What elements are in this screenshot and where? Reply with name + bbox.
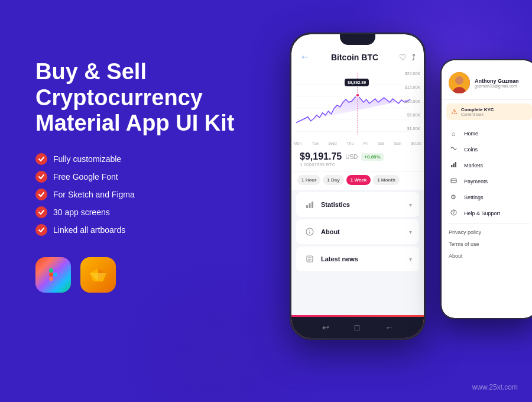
svg-rect-1 bbox=[53, 268, 57, 273]
kyc-banner[interactable]: ⚠ Complete KYC Current task bbox=[446, 103, 532, 120]
time-filters: 1 Hour 1 Day 1 Week 1 Month bbox=[291, 171, 424, 190]
check-icon-1 bbox=[35, 153, 47, 165]
svg-rect-30 bbox=[453, 164, 455, 168]
feature-item-2: Free Google Font bbox=[35, 171, 236, 183]
privacy-link[interactable]: Privacy policy bbox=[442, 226, 532, 238]
phone-second: Anthony Guzman guzman33@gmail.com ⚠ Comp… bbox=[440, 59, 532, 319]
svg-rect-3 bbox=[49, 277, 53, 281]
second-phone-bottom-bar: ↩ bbox=[442, 318, 532, 319]
drawer-menu: ⌂ Home Coins Mar bbox=[442, 124, 532, 318]
check-icon-5 bbox=[35, 224, 47, 236]
phone-nav-bar: ↩ □ ← bbox=[291, 317, 424, 338]
svg-rect-18 bbox=[312, 202, 313, 208]
back-button[interactable]: ← bbox=[300, 51, 310, 63]
menu-settings[interactable]: ⚙ Settings bbox=[442, 189, 532, 205]
filter-1day[interactable]: 1 Day bbox=[323, 175, 343, 185]
home-icon: ⌂ bbox=[449, 130, 458, 137]
kyc-text: Complete KYC Current task bbox=[461, 107, 494, 116]
svg-rect-16 bbox=[306, 205, 308, 208]
figma-icon bbox=[35, 257, 71, 293]
settings-icon: ⚙ bbox=[449, 193, 458, 201]
price-btc: 1.00067933 BTC bbox=[300, 162, 416, 167]
nav-home-icon[interactable]: □ bbox=[355, 323, 359, 332]
svg-rect-29 bbox=[451, 165, 453, 167]
news-chevron: ▾ bbox=[409, 256, 412, 262]
feature-item-3: For Sketch and Figma bbox=[35, 189, 236, 200]
left-section: Buy & SellCryptocurrencyMaterial App UI … bbox=[35, 59, 236, 293]
about-icon bbox=[303, 225, 316, 238]
markets-icon bbox=[449, 161, 458, 169]
share-icon[interactable]: ⤴ bbox=[411, 53, 416, 62]
svg-point-4 bbox=[53, 273, 57, 277]
chart-tooltip: $8,892.89 bbox=[345, 79, 369, 86]
chart-area: $20.00K $15.00K $10.00K $5.00K $1.00K bbox=[291, 69, 424, 140]
svg-point-27 bbox=[455, 76, 463, 85]
tool-icons bbox=[35, 257, 236, 293]
accordion-latestnews[interactable]: Latest news ▾ bbox=[296, 247, 419, 271]
user-info: Anthony Guzman guzman33@gmail.com bbox=[475, 78, 530, 88]
svg-rect-17 bbox=[309, 203, 311, 208]
svg-rect-0 bbox=[49, 268, 53, 273]
user-avatar bbox=[449, 72, 470, 93]
price-section: $9,191.75 USD +0.05% 1.00067933 BTC bbox=[291, 147, 424, 171]
menu-divider bbox=[449, 223, 530, 224]
svg-point-15 bbox=[356, 93, 359, 97]
news-icon bbox=[303, 252, 316, 265]
filter-1week[interactable]: 1 Week bbox=[346, 175, 371, 185]
phone-main: ← Bitcoin BTC ♡ ⤴ $20.00K $15.00K $10.00… bbox=[290, 33, 426, 340]
svg-rect-31 bbox=[455, 162, 456, 167]
statistics-label: Statistics bbox=[321, 201, 350, 208]
accordion-about[interactable]: About ▾ bbox=[296, 219, 419, 244]
price-value: $9,191.75 bbox=[300, 151, 342, 162]
svg-rect-2 bbox=[49, 273, 53, 277]
statistics-chevron: ▾ bbox=[409, 202, 412, 208]
features-list: Fully customizable Free Google Font For … bbox=[35, 153, 236, 236]
menu-help[interactable]: Help & Support bbox=[442, 205, 532, 221]
filter-1hour[interactable]: 1 Hour bbox=[297, 175, 320, 185]
check-icon-2 bbox=[35, 171, 47, 183]
filter-1month[interactable]: 1 Month bbox=[373, 175, 400, 185]
menu-payments[interactable]: Payments bbox=[442, 173, 532, 189]
menu-home[interactable]: ⌂ Home bbox=[442, 126, 532, 141]
feature-item-5: Linked all artboards bbox=[35, 224, 236, 236]
check-icon-3 bbox=[35, 189, 47, 200]
nav-recents-icon[interactable]: ↩ bbox=[322, 323, 329, 332]
coins-icon bbox=[449, 145, 458, 153]
accordion-list: Statistics ▾ About ▾ bbox=[291, 190, 424, 315]
price-row: $9,191.75 USD +0.05% bbox=[300, 151, 416, 162]
sketch-icon bbox=[80, 257, 116, 293]
about-label: About bbox=[321, 228, 340, 235]
feature-item-4: 30 app screens bbox=[35, 206, 236, 218]
user-email: guzman33@gmail.com bbox=[475, 84, 530, 88]
about-link[interactable]: About bbox=[442, 250, 532, 262]
drawer-header: Anthony Guzman guzman33@gmail.com bbox=[442, 60, 532, 100]
menu-markets[interactable]: Markets bbox=[442, 157, 532, 173]
accordion-statistics[interactable]: Statistics ▾ bbox=[296, 192, 419, 217]
app-title: Bitcoin BTC bbox=[331, 53, 378, 62]
phone-notch bbox=[340, 34, 375, 45]
nav-back-icon[interactable]: ← bbox=[385, 323, 393, 332]
main-title: Buy & SellCryptocurrencyMaterial App UI … bbox=[35, 59, 236, 137]
drawer-screen: Anthony Guzman guzman33@gmail.com ⚠ Comp… bbox=[442, 60, 532, 318]
heart-icon[interactable]: ♡ bbox=[399, 53, 407, 62]
price-currency: USD bbox=[345, 154, 358, 160]
payments-icon bbox=[449, 177, 458, 185]
user-name: Anthony Guzman bbox=[475, 78, 530, 84]
about-chevron: ▾ bbox=[409, 229, 412, 235]
accordion-about-left: About bbox=[303, 225, 340, 238]
menu-coins[interactable]: Coins bbox=[442, 141, 532, 157]
svg-rect-21 bbox=[309, 232, 310, 234]
help-icon bbox=[449, 209, 458, 217]
feature-item-1: Fully customizable bbox=[35, 153, 236, 165]
check-icon-4 bbox=[35, 206, 47, 218]
header-action-icons: ♡ ⤴ bbox=[399, 53, 416, 62]
accordion-news-left: Latest news bbox=[303, 252, 358, 265]
phone-screen: ← Bitcoin BTC ♡ ⤴ $20.00K $15.00K $10.00… bbox=[291, 34, 424, 338]
terms-link[interactable]: Terms of use bbox=[442, 238, 532, 250]
kyc-warning-icon: ⚠ bbox=[451, 108, 458, 116]
news-label: Latest news bbox=[321, 255, 358, 262]
statistics-icon bbox=[303, 198, 316, 211]
watermark: www.25xt.com bbox=[472, 383, 518, 391]
price-change-badge: +0.05% bbox=[361, 153, 383, 161]
chart-y-labels: $20.00K $15.00K $10.00K $5.00K $1.00K bbox=[405, 72, 420, 131]
